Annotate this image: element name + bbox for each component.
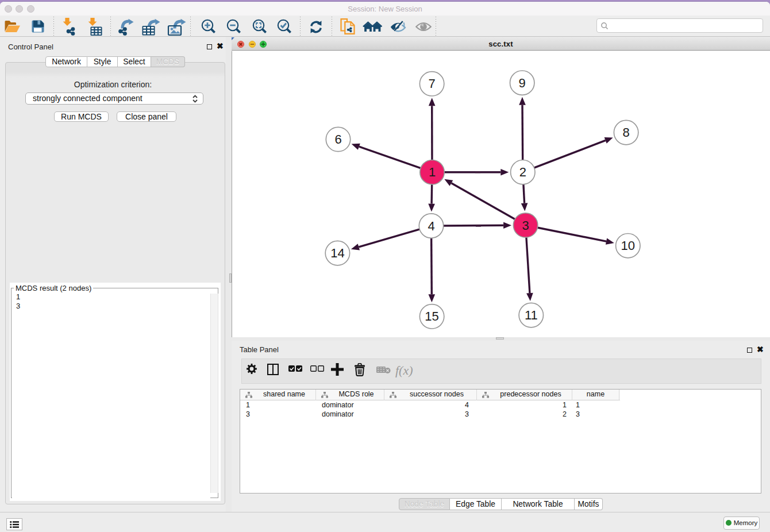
svg-text:15: 15: [425, 309, 438, 323]
svg-text:9: 9: [519, 76, 526, 90]
svg-text:7: 7: [428, 76, 435, 91]
svg-text:2: 2: [519, 165, 526, 179]
svg-text:3: 3: [522, 218, 529, 233]
svg-text:6: 6: [334, 132, 341, 147]
svg-text:11: 11: [525, 308, 538, 322]
svg-text:14: 14: [330, 246, 344, 260]
svg-text:10: 10: [621, 238, 635, 253]
svg-text:1: 1: [429, 165, 436, 179]
svg-text:4: 4: [428, 219, 434, 233]
svg-text:8: 8: [622, 125, 629, 140]
